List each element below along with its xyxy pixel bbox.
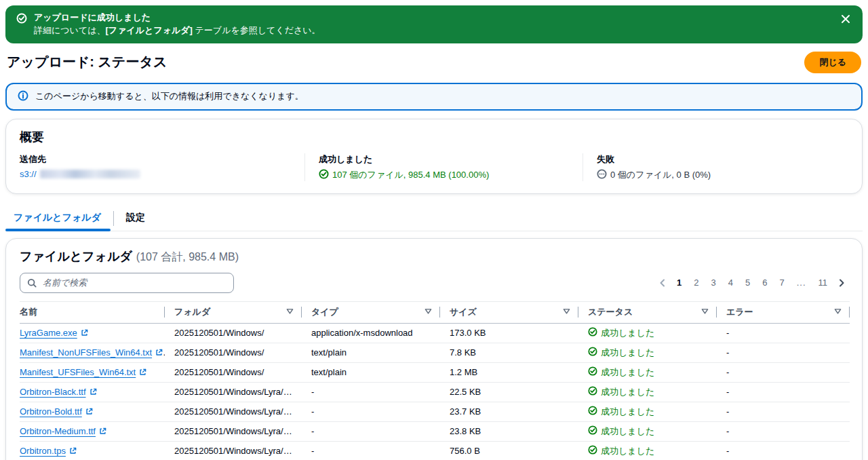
file-link[interactable]: Manifest_NonUFSFiles_Win64.txt	[20, 347, 163, 358]
filter-icon[interactable]	[563, 309, 570, 316]
type-cell: -	[302, 421, 440, 441]
status-cell: 成功しました	[578, 343, 717, 362]
files-and-folders-panel: ファイルとフォルダ (107 合計, 985.4 MB) 1234567...1…	[5, 238, 863, 460]
page-number[interactable]: 3	[706, 276, 720, 289]
file-link[interactable]: Manifest_UFSFiles_Win64.txt	[20, 367, 146, 377]
column-header[interactable]: エラー	[717, 301, 850, 323]
type-cell: -	[302, 441, 440, 460]
external-link-icon	[90, 388, 97, 396]
tab-strip: ファイルとフォルダ 設定	[5, 206, 863, 231]
size-cell: 756.0 B	[440, 441, 578, 460]
pagination: 1234567...11	[656, 276, 848, 289]
column-label: フォルダ	[174, 307, 210, 317]
summary-card: 概要 送信先 s3:// 成功しました 107 個のファイル, 985.4 MB…	[5, 119, 863, 194]
file-name: Orbitron-Black.ttf	[20, 387, 86, 397]
error-cell: -	[717, 441, 850, 460]
size-cell: 7.8 KB	[440, 343, 578, 362]
success-check-icon	[588, 366, 597, 378]
summary-destination: 送信先 s3://	[20, 153, 304, 181]
filter-icon[interactable]	[701, 309, 709, 316]
status-text: 成功しました	[601, 347, 654, 359]
file-link[interactable]: Orbitron-Black.ttf	[20, 387, 97, 397]
status-cell: 成功しました	[578, 362, 717, 382]
tab-files-and-folders[interactable]: ファイルとフォルダ	[5, 206, 111, 231]
folder-cell: 2025120501/Windows/Lyra/Cont...	[165, 421, 302, 441]
file-name: Orbitron-Medium.ttf	[20, 426, 96, 436]
summary-grid: 送信先 s3:// 成功しました 107 個のファイル, 985.4 MB (1…	[20, 153, 848, 181]
table-title: ファイルとフォルダ	[20, 248, 132, 265]
table-counter: (107 合計, 985.4 MB)	[136, 250, 239, 265]
status-text: 成功しました	[601, 327, 654, 339]
search-input[interactable]	[41, 277, 226, 288]
size-cell: 22.5 KB	[440, 382, 578, 402]
status-text: 成功しました	[601, 406, 654, 418]
type-cell: application/x-msdownload	[302, 323, 440, 343]
failed-label: 失敗	[597, 153, 837, 166]
filter-icon[interactable]	[286, 309, 294, 316]
success-check-icon	[319, 169, 329, 181]
success-check-icon	[588, 425, 597, 437]
table-row: Orbitron.tps 2025120501/Windows/Lyra/Con…	[20, 441, 850, 460]
page-number[interactable]: 1	[672, 276, 686, 289]
close-button[interactable]: 閉じる	[804, 52, 861, 73]
type-cell: -	[302, 382, 440, 402]
summary-failed: 失敗 0 個のファイル, 0 B (0%)	[583, 153, 848, 181]
page-number[interactable]: 7	[774, 276, 789, 289]
file-link[interactable]: LyraGame.exe	[20, 328, 88, 338]
previous-page-button[interactable]	[656, 277, 669, 288]
flashbar-dismiss-button[interactable]	[840, 13, 852, 27]
success-check-icon	[588, 386, 597, 398]
column-header[interactable]: フォルダ	[165, 301, 302, 323]
type-cell: -	[302, 402, 440, 421]
page-number[interactable]: 4	[724, 276, 738, 289]
table-head-row: 名前フォルダタイプサイズステータスエラー	[20, 301, 850, 323]
file-link[interactable]: Orbitron-Medium.ttf	[20, 426, 106, 436]
type-cell: text/plain	[302, 362, 440, 382]
file-link[interactable]: Orbitron.tps	[20, 446, 77, 456]
success-check-icon	[588, 406, 597, 417]
page-number[interactable]: 11	[814, 276, 833, 289]
destination-link[interactable]: s3://	[20, 169, 37, 179]
success-check-icon	[588, 445, 597, 457]
filter-icon[interactable]	[425, 309, 432, 316]
file-name: Manifest_UFSFiles_Win64.txt	[20, 367, 136, 377]
succeeded-label: 成功しました	[319, 153, 572, 166]
files-table: 名前フォルダタイプサイズステータスエラー LyraGame.exe 202512…	[20, 301, 850, 460]
error-cell: -	[717, 362, 850, 382]
column-separator	[849, 307, 850, 318]
column-label: 名前	[20, 307, 37, 317]
success-check-icon	[588, 347, 597, 358]
flashbar-message: アップロードに成功しました 詳細については、[ファイルとフォルダ] テーブルを参…	[34, 12, 833, 37]
pagination-ellipsis: ...	[792, 276, 811, 289]
succeeded-value: 107 個のファイル, 985.4 MB (100.00%)	[332, 169, 489, 181]
destination-label: 送信先	[20, 153, 294, 166]
column-header[interactable]: サイズ	[440, 301, 578, 323]
page-number[interactable]: 6	[757, 276, 772, 289]
flashbar-title: アップロードに成功しました	[34, 12, 833, 24]
page-number[interactable]: 2	[689, 276, 703, 289]
flashbar-description: 詳細については、[ファイルとフォルダ] テーブルを参照してください。	[34, 24, 833, 37]
column-label: エラー	[726, 307, 753, 317]
filter-icon[interactable]	[834, 309, 842, 316]
info-banner-text: このページから移動すると、以下の情報は利用できなくなります。	[35, 90, 304, 102]
status-text: 成功しました	[601, 386, 654, 398]
search-box[interactable]	[20, 273, 234, 293]
folder-cell: 2025120501/Windows/	[165, 323, 302, 343]
search-icon	[27, 278, 37, 288]
column-header[interactable]: タイプ	[302, 301, 440, 323]
size-cell: 23.8 KB	[440, 421, 578, 441]
info-banner: このページから移動すると、以下の情報は利用できなくなります。	[5, 83, 863, 111]
column-label: サイズ	[450, 307, 477, 317]
file-link[interactable]: Orbitron-Bold.ttf	[20, 406, 93, 417]
failed-value: 0 個のファイル, 0 B (0%)	[610, 169, 711, 181]
next-page-button[interactable]	[835, 277, 848, 288]
tab-settings[interactable]: 設定	[117, 206, 155, 231]
table-row: Orbitron-Black.ttf 2025120501/Windows/Ly…	[20, 382, 850, 402]
external-link-icon	[85, 408, 93, 415]
pending-dots-icon	[597, 169, 607, 181]
flashbar-description-suffix: テーブルを参照してください。	[193, 25, 321, 35]
table-card-header: ファイルとフォルダ (107 合計, 985.4 MB)	[20, 248, 848, 265]
page-number[interactable]: 5	[741, 276, 755, 289]
column-header[interactable]: ステータス	[578, 301, 717, 323]
page-title: アップロード: ステータス	[7, 53, 167, 71]
